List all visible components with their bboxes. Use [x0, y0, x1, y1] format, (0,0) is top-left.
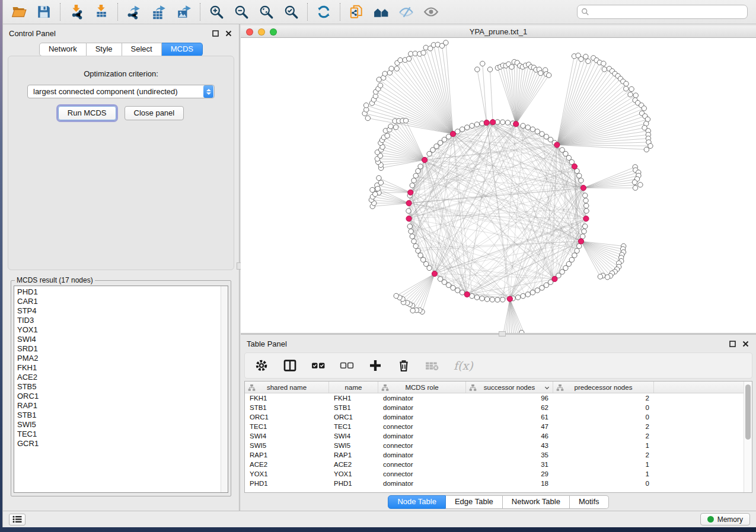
float-panel-icon[interactable] — [212, 30, 219, 37]
graph-node[interactable] — [412, 239, 416, 243]
graph-node[interactable] — [370, 187, 375, 192]
close-window-icon[interactable] — [246, 28, 253, 36]
graph-node[interactable] — [412, 178, 416, 182]
graph-hub-node[interactable] — [422, 157, 428, 162]
graph-node[interactable] — [530, 290, 535, 295]
task-history-button[interactable] — [9, 514, 25, 525]
tab-motifs[interactable]: Motifs — [570, 495, 609, 509]
graph-node[interactable] — [410, 308, 415, 313]
graph-node[interactable] — [446, 283, 451, 287]
graph-node[interactable] — [389, 66, 394, 71]
graph-hub-node[interactable] — [554, 142, 560, 148]
graph-node[interactable] — [535, 288, 540, 293]
show-column-panel-icon[interactable] — [283, 358, 297, 373]
mcds-node-item[interactable]: ACE2 — [17, 373, 219, 382]
import-network-icon[interactable] — [68, 3, 85, 21]
graph-node[interactable] — [394, 293, 398, 298]
mcds-node-item[interactable]: STB5 — [17, 382, 219, 392]
graph-node[interactable] — [638, 182, 643, 187]
graph-node[interactable] — [444, 40, 448, 45]
table-row[interactable]: SWI5SWI5connector431 — [245, 441, 744, 450]
graph-node[interactable] — [442, 137, 446, 142]
graph-node[interactable] — [495, 297, 500, 302]
graph-node[interactable] — [484, 297, 489, 302]
graph-node[interactable] — [540, 132, 544, 136]
graph-node[interactable] — [410, 234, 414, 239]
graph-node[interactable] — [416, 168, 420, 173]
show-hidden-icon[interactable] — [422, 3, 440, 21]
graph-node[interactable] — [460, 290, 464, 295]
open-session-icon[interactable] — [10, 3, 28, 21]
tab-mcds[interactable]: MCDS — [162, 43, 203, 56]
save-session-icon[interactable] — [35, 3, 53, 21]
mcds-node-item[interactable]: YOX1 — [17, 325, 219, 335]
graph-hub-node[interactable] — [572, 164, 577, 169]
mcds-node-item[interactable]: FKH1 — [17, 363, 219, 373]
graph-hub-node[interactable] — [484, 120, 489, 126]
graph-node[interactable] — [480, 296, 484, 301]
graph-node[interactable] — [413, 243, 418, 248]
graph-node[interactable] — [582, 229, 586, 233]
hide-selected-icon[interactable] — [397, 3, 415, 21]
graph-node[interactable] — [420, 257, 425, 262]
graph-node[interactable] — [601, 61, 606, 66]
first-neighbors-icon[interactable] — [372, 3, 390, 21]
graph-node[interactable] — [572, 253, 577, 258]
graph-node[interactable] — [575, 248, 579, 253]
graph-hub-node[interactable] — [464, 291, 470, 297]
column-header-name[interactable]: name — [329, 382, 378, 393]
mcds-result-list[interactable]: PHD1CAR1STP4TID3YOX1SWI4SRD1PMA2FKH1ACE2… — [14, 286, 228, 493]
graph-node[interactable] — [602, 67, 607, 72]
graph-hub-node[interactable] — [552, 276, 557, 281]
column-header-successor-nodes[interactable]: successor nodes — [466, 382, 553, 393]
graph-node[interactable] — [569, 257, 574, 262]
graph-node[interactable] — [378, 83, 382, 88]
graph-node[interactable] — [525, 292, 530, 297]
list-scrollbar[interactable] — [221, 286, 228, 492]
graph-node[interactable] — [407, 224, 412, 229]
graph-node[interactable] — [584, 209, 589, 213]
graph-node[interactable] — [375, 186, 380, 191]
close-panel-button[interactable]: Close panel — [125, 106, 184, 120]
graph-node[interactable] — [382, 71, 387, 76]
tab-network[interactable]: Network — [39, 43, 87, 56]
graph-node[interactable] — [438, 277, 442, 281]
table-row[interactable]: SWI4SWI4dominator462 — [245, 431, 744, 441]
table-row[interactable]: PHD1PHD1dominator180 — [245, 479, 744, 488]
criterion-select[interactable]: largest connected component (undirected) — [27, 85, 215, 98]
mcds-node-item[interactable]: STP4 — [17, 306, 219, 316]
zoom-fit-icon[interactable] — [257, 3, 275, 21]
mcds-node-item[interactable]: RAP1 — [17, 401, 219, 411]
search-field[interactable] — [577, 5, 748, 19]
table-scrollbar[interactable] — [744, 382, 752, 492]
table-row[interactable]: ACE2ACE2connector311 — [245, 460, 744, 469]
graph-node[interactable] — [423, 261, 428, 266]
table-row[interactable]: YOX1YOX1connector291 — [245, 469, 744, 479]
graph-node[interactable] — [584, 203, 589, 208]
export-table-icon[interactable] — [150, 3, 168, 21]
graph-node[interactable] — [583, 54, 588, 59]
column-header-shared-name[interactable]: shared name — [245, 382, 329, 393]
column-header-predecessor-nodes[interactable]: predecessor nodes — [553, 382, 654, 393]
column-header-MCDS-role[interactable]: MCDS role — [378, 382, 466, 393]
mcds-node-item[interactable]: CAR1 — [17, 297, 219, 306]
select-all-columns-icon[interactable] — [311, 358, 326, 373]
table-row[interactable]: STB1STB1dominator620 — [245, 403, 744, 412]
graph-node[interactable] — [566, 155, 571, 160]
table-settings-gear-icon[interactable] — [254, 358, 269, 373]
graph-node[interactable] — [388, 124, 393, 129]
table-row[interactable]: ORC1ORC1dominator610 — [245, 412, 744, 422]
tab-network-table[interactable]: Network Table — [503, 495, 570, 509]
duplicate-network-icon[interactable] — [347, 3, 365, 21]
zoom-selected-icon[interactable] — [282, 3, 300, 21]
graph-node[interactable] — [624, 86, 629, 91]
zoom-out-icon[interactable] — [232, 3, 250, 21]
graph-node[interactable] — [418, 164, 423, 169]
graph-hub-node[interactable] — [450, 131, 455, 136]
graph-node[interactable] — [480, 61, 485, 66]
graph-node[interactable] — [423, 45, 428, 50]
graph-node[interactable] — [521, 293, 525, 298]
graph-node[interactable] — [451, 286, 455, 290]
horizontal-splitter-grip[interactable] — [499, 331, 506, 336]
refresh-layout-icon[interactable] — [315, 3, 333, 21]
